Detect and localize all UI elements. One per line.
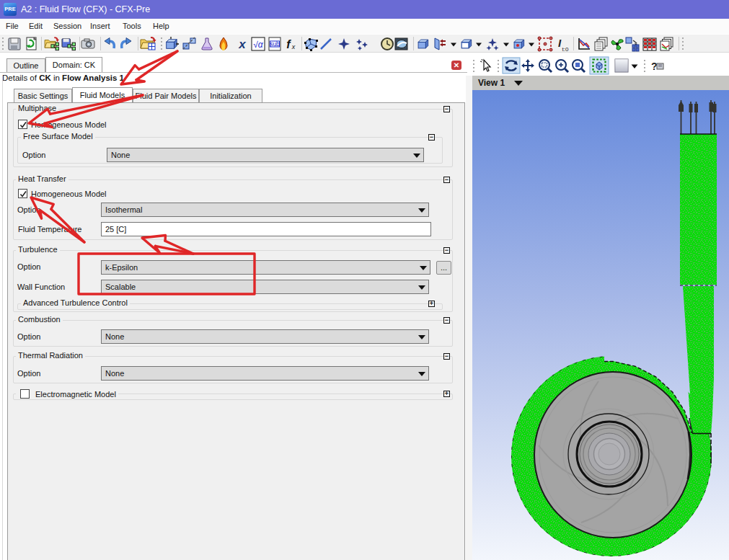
svg-text:f: f	[286, 38, 291, 50]
svg-text:sub: sub	[270, 40, 280, 48]
svg-text:?: ?	[651, 61, 658, 72]
svg-text:t:0: t:0	[562, 46, 569, 53]
svg-text:I: I	[558, 37, 562, 49]
svg-text:√α: √α	[253, 40, 264, 50]
svg-text:x: x	[238, 37, 247, 51]
svg-text:x: x	[291, 43, 296, 50]
